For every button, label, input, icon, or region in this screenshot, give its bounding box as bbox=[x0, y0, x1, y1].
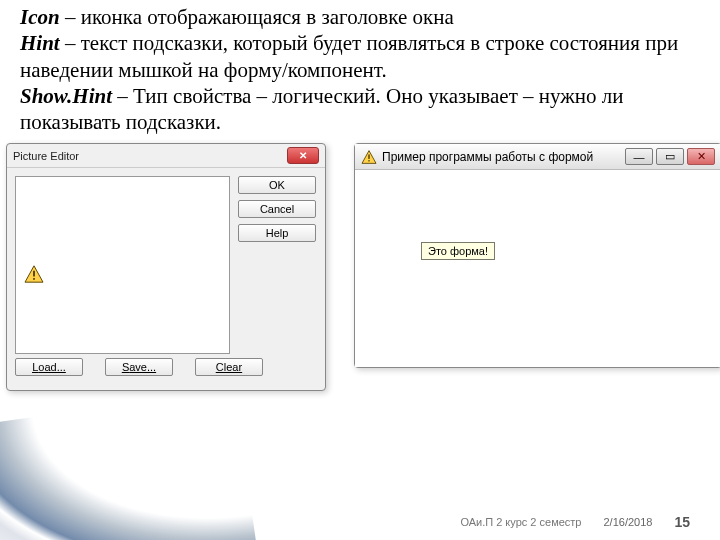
svg-rect-1 bbox=[33, 271, 35, 277]
slide-footer: ОАи.П 2 курс 2 семестр 2/16/2018 15 bbox=[0, 514, 720, 530]
form-title-text: Пример программы работы с формой bbox=[382, 150, 593, 164]
preview-area bbox=[15, 176, 230, 354]
example-form-window: Пример программы работы с формой — ▭ ✕ Э… bbox=[354, 143, 720, 368]
picture-editor-title: Picture Editor bbox=[13, 150, 79, 162]
clear-button[interactable]: Clear bbox=[195, 358, 263, 376]
warning-icon bbox=[361, 150, 377, 164]
close-button[interactable]: ✕ bbox=[687, 148, 715, 165]
desc-hint: – текст подсказки, который будет появлят… bbox=[20, 31, 678, 81]
close-icon: ✕ bbox=[299, 150, 307, 161]
hint-tooltip: Это форма! bbox=[421, 242, 495, 260]
cancel-button[interactable]: Cancel bbox=[238, 200, 316, 218]
svg-rect-5 bbox=[368, 160, 369, 161]
desc-icon: – иконка отображающаяся в заголовке окна bbox=[60, 5, 454, 29]
definitions-block: Icon – иконка отображающаяся в заголовке… bbox=[0, 0, 720, 143]
footer-course: ОАи.П 2 курс 2 семестр bbox=[460, 516, 581, 528]
warning-icon bbox=[24, 265, 42, 281]
minimize-button[interactable]: — bbox=[625, 148, 653, 165]
footer-date: 2/16/2018 bbox=[603, 516, 652, 528]
form-client-area[interactable]: Это форма! bbox=[355, 170, 720, 367]
picture-editor-titlebar[interactable]: Picture Editor ✕ bbox=[7, 144, 325, 168]
svg-rect-4 bbox=[368, 154, 369, 158]
form-titlebar[interactable]: Пример программы работы с формой — ▭ ✕ bbox=[355, 144, 720, 170]
ok-button[interactable]: OK bbox=[238, 176, 316, 194]
close-button[interactable]: ✕ bbox=[287, 147, 319, 164]
svg-rect-2 bbox=[33, 278, 35, 280]
term-icon: Icon bbox=[20, 5, 60, 29]
footer-page-number: 15 bbox=[674, 514, 690, 530]
load-button[interactable]: Load... bbox=[15, 358, 83, 376]
term-hint: Hint bbox=[20, 31, 60, 55]
save-button[interactable]: Save... bbox=[105, 358, 173, 376]
term-showhint: Show.Hint bbox=[20, 84, 112, 108]
maximize-button[interactable]: ▭ bbox=[656, 148, 684, 165]
help-button[interactable]: Help bbox=[238, 224, 316, 242]
picture-editor-window: Picture Editor ✕ OK Cancel Help Load. bbox=[6, 143, 326, 391]
